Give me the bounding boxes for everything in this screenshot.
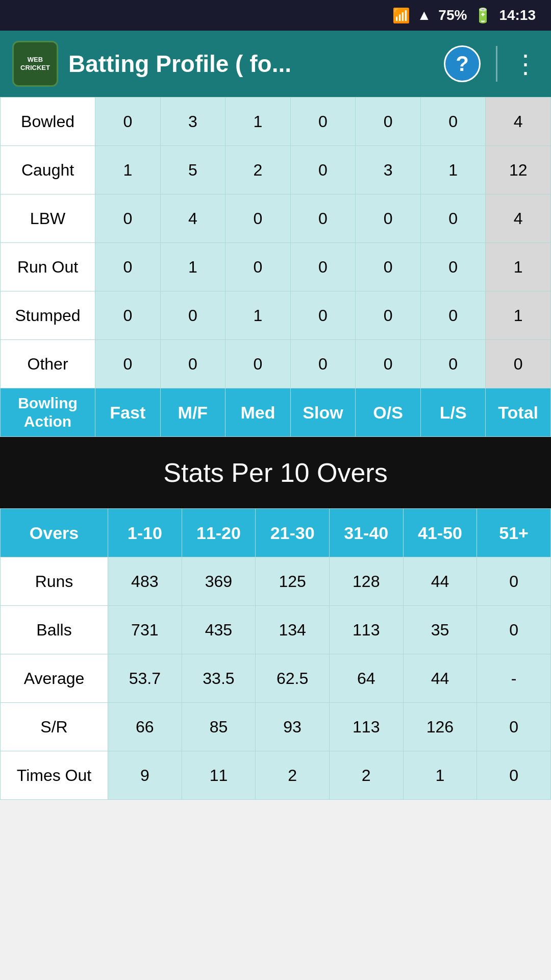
- data-cell: 2: [226, 146, 291, 194]
- over-range: 51+: [477, 509, 551, 557]
- over-range: 31-40: [329, 509, 403, 557]
- data-cell: 1: [95, 146, 161, 194]
- table-row: Runs483369125128440: [1, 557, 551, 606]
- data-cell: 53.7: [108, 654, 182, 703]
- dismissal-table: Bowled0310004Caught15203112LBW0400004Run…: [0, 97, 551, 437]
- data-cell: 33.5: [182, 654, 256, 703]
- row-label: Runs: [1, 557, 108, 606]
- table-row: Average53.733.562.56444-: [1, 654, 551, 703]
- data-cell: 0: [477, 703, 551, 751]
- data-cell: 1: [403, 751, 477, 800]
- data-cell: 1: [226, 291, 291, 340]
- row-label: LBW: [1, 194, 95, 243]
- help-button[interactable]: ?: [444, 45, 481, 82]
- data-cell: 0: [420, 243, 486, 291]
- divider: [496, 46, 497, 82]
- data-cell: 5: [160, 146, 226, 194]
- data-cell: 85: [182, 703, 256, 751]
- header-col: Fast: [95, 388, 161, 437]
- row-label: Times Out: [1, 751, 108, 800]
- wifi-icon: 📶: [392, 7, 410, 24]
- stats-table: Overs1-1011-2021-3031-4041-5051+Runs4833…: [0, 508, 551, 800]
- data-cell: 0: [356, 340, 421, 388]
- data-cell: 0: [95, 194, 161, 243]
- header-col: Total: [486, 388, 551, 437]
- table-row: LBW0400004: [1, 194, 551, 243]
- table-row: Stumped0010001: [1, 291, 551, 340]
- row-label: Run Out: [1, 243, 95, 291]
- data-cell: 35: [403, 606, 477, 654]
- data-cell: 113: [329, 703, 403, 751]
- data-cell: 93: [256, 703, 330, 751]
- data-cell: 44: [403, 557, 477, 606]
- stats-table-container: Overs1-1011-2021-3031-4041-5051+Runs4833…: [0, 508, 551, 800]
- data-cell: 0: [356, 243, 421, 291]
- data-cell: 125: [256, 557, 330, 606]
- overflow-menu-button[interactable]: ⋮: [513, 49, 539, 79]
- data-cell: 64: [329, 654, 403, 703]
- data-cell: 9: [108, 751, 182, 800]
- data-cell: 369: [182, 557, 256, 606]
- row-label: Stumped: [1, 291, 95, 340]
- overs-header-row: Overs1-1011-2021-3031-4041-5051+: [1, 509, 551, 557]
- data-cell: 0: [290, 97, 356, 146]
- data-cell: 126: [403, 703, 477, 751]
- data-cell: 1: [420, 146, 486, 194]
- data-cell: 0: [95, 291, 161, 340]
- data-cell: 44: [403, 654, 477, 703]
- total-cell: 1: [486, 243, 551, 291]
- data-cell: 0: [290, 291, 356, 340]
- data-cell: 0: [95, 243, 161, 291]
- total-cell: 1: [486, 291, 551, 340]
- table-row: Run Out0100001: [1, 243, 551, 291]
- over-range: 11-20: [182, 509, 256, 557]
- header-col: L/S: [420, 388, 486, 437]
- app-logo: WEBCRICKET: [12, 41, 58, 87]
- data-cell: 2: [256, 751, 330, 800]
- data-cell: 0: [160, 340, 226, 388]
- data-cell: 0: [356, 194, 421, 243]
- total-cell: 0: [486, 340, 551, 388]
- data-cell: 435: [182, 606, 256, 654]
- total-cell: 4: [486, 194, 551, 243]
- row-label: S/R: [1, 703, 108, 751]
- data-cell: 128: [329, 557, 403, 606]
- data-cell: 134: [256, 606, 330, 654]
- data-cell: 11: [182, 751, 256, 800]
- data-cell: 0: [160, 291, 226, 340]
- total-cell: 4: [486, 97, 551, 146]
- data-cell: 0: [290, 340, 356, 388]
- table-row: S/R6685931131260: [1, 703, 551, 751]
- logo-text: WEBCRICKET: [20, 56, 50, 71]
- battery-icon: 🔋: [474, 7, 492, 24]
- data-cell: 3: [356, 146, 421, 194]
- data-cell: 0: [356, 291, 421, 340]
- table-row: Other0000000: [1, 340, 551, 388]
- bowling-action-label: Bowling Action: [1, 388, 95, 437]
- data-cell: 3: [160, 97, 226, 146]
- data-cell: 0: [356, 97, 421, 146]
- data-cell: 113: [329, 606, 403, 654]
- data-cell: 62.5: [256, 654, 330, 703]
- data-cell: 0: [477, 606, 551, 654]
- status-bar: 📶 ▲ 75% 🔋 14:13: [0, 0, 551, 31]
- data-cell: 0: [420, 340, 486, 388]
- table-row: Balls731435134113350: [1, 606, 551, 654]
- status-icons: 📶 ▲ 75% 🔋 14:13: [392, 7, 536, 24]
- battery-percentage: 75%: [438, 7, 467, 23]
- data-cell: 1: [226, 97, 291, 146]
- over-range: 41-50: [403, 509, 477, 557]
- table-row: Caught15203112: [1, 146, 551, 194]
- row-label: Other: [1, 340, 95, 388]
- app-title: Batting Profile ( fo...: [68, 50, 434, 78]
- data-cell: 0: [420, 291, 486, 340]
- data-cell: 4: [160, 194, 226, 243]
- data-cell: 2: [329, 751, 403, 800]
- row-label: Balls: [1, 606, 108, 654]
- signal-icon: ▲: [417, 7, 432, 23]
- data-cell: 0: [226, 243, 291, 291]
- data-cell: 0: [226, 340, 291, 388]
- table-row: Bowled0310004: [1, 97, 551, 146]
- data-cell: 0: [290, 146, 356, 194]
- data-cell: 0: [477, 751, 551, 800]
